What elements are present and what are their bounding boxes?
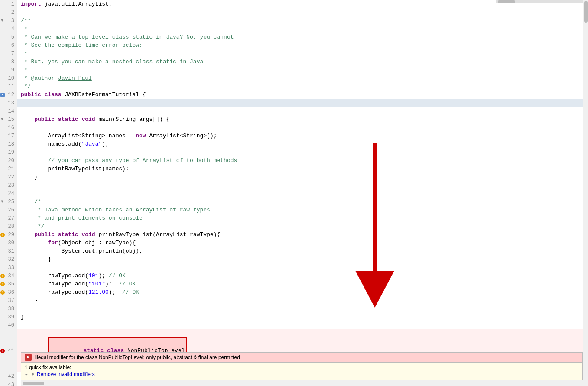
- line-40: 40: [0, 321, 588, 329]
- line-17: 17 ArrayList<String> names = new ArrayLi…: [0, 132, 588, 140]
- line-num-38: 38: [8, 306, 14, 312]
- gutter-28: 28: [0, 222, 17, 230]
- content-8[interactable]: * But, yes you can make a nested class s…: [17, 58, 588, 66]
- content-31[interactable]: System.out.println(obj);: [17, 247, 588, 255]
- line-num-3: 3: [11, 18, 14, 24]
- fold-icon-3[interactable]: ▼: [1, 18, 3, 23]
- content-40[interactable]: [17, 321, 588, 329]
- line-31: 31 System.out.println(obj);: [0, 247, 588, 255]
- content-2[interactable]: [17, 8, 588, 16]
- content-39[interactable]: }: [17, 313, 588, 321]
- gutter-38: 38: [0, 305, 17, 313]
- content-38[interactable]: [17, 305, 588, 313]
- content-19[interactable]: [17, 148, 588, 156]
- gutter-12: ▪ 12: [0, 91, 17, 99]
- content-35[interactable]: rawType.add("101"); // OK: [17, 280, 588, 288]
- gutter-26: 26: [0, 206, 17, 214]
- content-34[interactable]: rawType.add(101); // OK: [17, 272, 588, 280]
- content-12[interactable]: public class JAXBDateFormatTutorial {: [17, 91, 588, 99]
- gutter-11: 11: [0, 82, 17, 91]
- content-22[interactable]: }: [17, 173, 588, 181]
- line-24: 24: [0, 189, 588, 198]
- content-4[interactable]: *: [17, 25, 588, 33]
- content-32[interactable]: }: [17, 255, 588, 263]
- content-37[interactable]: }: [17, 296, 588, 305]
- line-num-12: 12: [8, 92, 14, 98]
- gutter-7: 7: [0, 49, 17, 58]
- line-26: 26 * Java method which takes an ArrayLis…: [0, 206, 588, 214]
- content-33[interactable]: [17, 263, 588, 272]
- content-15[interactable]: public static void main(String args[]) {: [17, 115, 588, 123]
- quick-fix-label: 1 quick fix available:: [25, 364, 579, 370]
- gutter-31: 31: [0, 247, 17, 255]
- content-17[interactable]: ArrayList<String> names = new ArrayList<…: [17, 132, 588, 140]
- line-2: 2: [0, 8, 588, 16]
- line-4: 4 *: [0, 25, 588, 33]
- line-num-35: 35: [8, 281, 14, 287]
- line-num-24: 24: [8, 191, 14, 197]
- fold-icon-25[interactable]: ▼: [1, 199, 3, 204]
- gutter-29: ▼ ! 29: [0, 230, 17, 239]
- content-21[interactable]: printRawTypeList(names);: [17, 165, 588, 173]
- content-14[interactable]: [17, 107, 588, 115]
- gutter-17: 17: [0, 132, 17, 140]
- line-num-34: 34: [8, 273, 14, 279]
- line-num-17: 17: [8, 133, 14, 139]
- line-25: ▼ 25 /*: [0, 198, 588, 206]
- warning-icon-34: !: [0, 274, 5, 278]
- editor-container: 1 import java.util.ArrayList; 2 ▼ 3 /** …: [0, 0, 588, 386]
- content-13[interactable]: [17, 99, 588, 107]
- content-10[interactable]: * @author Javin Paul: [17, 74, 588, 82]
- gutter-18: 18: [0, 140, 17, 148]
- content-26[interactable]: * Java method which takes an ArrayList o…: [17, 206, 588, 214]
- content-36[interactable]: rawType.add(121.00); // OK: [17, 288, 588, 296]
- line-num-19: 19: [8, 149, 14, 156]
- h-scrollbar-thumb[interactable]: [23, 382, 44, 385]
- content-16[interactable]: [17, 123, 588, 132]
- line-num-43: 43: [8, 382, 14, 386]
- content-29[interactable]: public static void printRawTypeList(Arra…: [17, 230, 588, 239]
- content-5[interactable]: * Can we make a top level class static i…: [17, 33, 588, 41]
- content-30[interactable]: for(Object obj : rawType){: [17, 239, 588, 247]
- content-3[interactable]: /**: [17, 16, 588, 25]
- vertical-scrollbar[interactable]: [583, 0, 588, 386]
- line-num-2: 2: [11, 10, 14, 16]
- remove-modifiers-link[interactable]: Remove invalid modifiers: [31, 371, 94, 377]
- line-num-22: 22: [8, 174, 14, 180]
- content-11[interactable]: */: [17, 82, 588, 91]
- content-25[interactable]: /*: [17, 198, 588, 206]
- content-20[interactable]: // you can pass any type of ArrayList of…: [17, 156, 588, 165]
- content-9[interactable]: *: [17, 66, 588, 74]
- fold-icon-15[interactable]: ▼: [1, 117, 3, 122]
- warning-icon-35: !: [0, 282, 5, 286]
- gutter-25: ▼ 25: [0, 198, 17, 206]
- error-popup-body: 1 quick fix available: ✦ Remove invalid …: [21, 363, 582, 380]
- line-3: ▼ 3 /**: [0, 16, 588, 25]
- line-num-40: 40: [8, 322, 14, 328]
- content-7[interactable]: *: [17, 49, 588, 58]
- content-28[interactable]: */: [17, 222, 588, 230]
- content-6[interactable]: * See the compile time error below:: [17, 41, 588, 49]
- line-num-18: 18: [8, 141, 14, 147]
- content-27[interactable]: * and print elements on console: [17, 214, 588, 222]
- line-8: 8 * But, yes you can make a nested class…: [0, 58, 588, 66]
- line-num-27: 27: [8, 215, 14, 221]
- gutter-20: 20: [0, 156, 17, 165]
- line-9: 9 *: [0, 66, 588, 74]
- line-28: 28 */: [0, 222, 588, 230]
- line-num-8: 8: [11, 59, 14, 65]
- gutter-24: 24: [0, 189, 17, 198]
- content-18[interactable]: names.add("Java");: [17, 140, 588, 148]
- line-num-20: 20: [8, 158, 14, 164]
- content-23[interactable]: [17, 181, 588, 189]
- content-24[interactable]: [17, 189, 588, 198]
- line-num-21: 21: [8, 166, 14, 172]
- top-scrollbar-area: [496, 0, 583, 3]
- v-scrollbar-thumb[interactable]: [584, 1, 588, 23]
- gutter-40: 40: [0, 321, 17, 329]
- line-23: 23: [0, 181, 588, 189]
- line-num-6: 6: [11, 42, 14, 49]
- gutter-27: 27: [0, 214, 17, 222]
- line-12: ▪ 12 public class JAXBDateFormatTutorial…: [0, 91, 588, 99]
- horizontal-scrollbar[interactable]: [21, 380, 583, 386]
